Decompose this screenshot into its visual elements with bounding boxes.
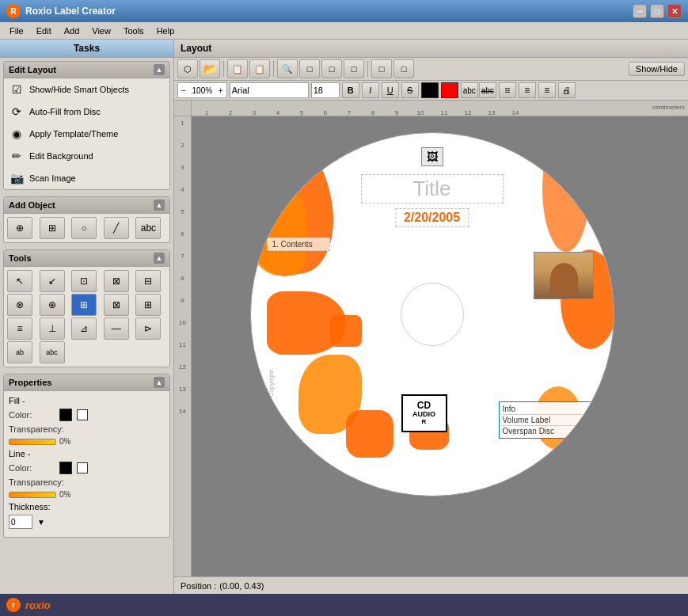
tool-11[interactable]: ≡ bbox=[7, 318, 32, 340]
add-tool-5[interactable]: abc bbox=[135, 217, 161, 239]
title-bar-controls: ─ □ ✕ bbox=[633, 4, 682, 18]
menu-add[interactable]: Add bbox=[58, 25, 86, 37]
font-color-red[interactable] bbox=[441, 82, 458, 98]
add-tool-4[interactable]: ╱ bbox=[104, 217, 129, 239]
tool-5[interactable]: ⊟ bbox=[135, 270, 161, 292]
bold-btn[interactable]: B bbox=[342, 82, 359, 98]
thickness-dropdown-icon[interactable]: ▼ bbox=[37, 518, 45, 527]
tool-3[interactable]: ⊡ bbox=[71, 270, 97, 292]
title-bar: R Roxio Label Creator ─ □ ✕ bbox=[0, 0, 688, 22]
line-transparency-slider[interactable] bbox=[9, 492, 56, 498]
main-container: Tasks Edit Layout ▲ ☑ Show/Hide Smart Ob… bbox=[0, 40, 688, 594]
toolbar-7[interactable]: □ bbox=[344, 59, 364, 78]
toolbar-paste[interactable]: 📋 bbox=[249, 59, 270, 78]
tool-select[interactable]: ↖ bbox=[7, 270, 32, 292]
font-select[interactable] bbox=[230, 82, 309, 98]
fill-color-swatch-2[interactable] bbox=[77, 409, 88, 420]
tool-7[interactable]: ⊕ bbox=[40, 294, 65, 316]
image-placeholder[interactable]: 🖼 bbox=[421, 147, 443, 166]
minimize-button[interactable]: ─ bbox=[633, 4, 647, 18]
font-color-black[interactable] bbox=[421, 82, 439, 98]
underline-btn[interactable]: U bbox=[382, 82, 399, 98]
size-select[interactable] bbox=[311, 82, 340, 98]
menu-edit[interactable]: Edit bbox=[30, 25, 58, 37]
roxio-bar: r roxio bbox=[0, 594, 688, 616]
fill-transparency-slider[interactable] bbox=[9, 439, 56, 445]
menu-view[interactable]: View bbox=[86, 25, 117, 37]
auto-fill-disc[interactable]: ⟳ Auto-Fill from Disc bbox=[4, 101, 169, 123]
toolbar-copy[interactable]: 📋 bbox=[227, 59, 248, 78]
align-left-btn[interactable]: ≡ bbox=[499, 82, 516, 98]
tool-9[interactable]: ⊠ bbox=[104, 294, 129, 316]
text-style-2[interactable]: abc bbox=[479, 82, 496, 98]
menu-tools[interactable]: Tools bbox=[117, 25, 150, 37]
italic-btn[interactable]: I bbox=[362, 82, 379, 98]
ruler-unit: centimeters bbox=[652, 104, 685, 111]
toolbar-open[interactable]: 📂 bbox=[200, 59, 220, 78]
left-panel: Tasks Edit Layout ▲ ☑ Show/Hide Smart Ob… bbox=[0, 40, 174, 594]
tool-text-1[interactable]: ab bbox=[7, 341, 32, 363]
ruler-left: 1 2 3 4 5 6 7 8 9 10 11 12 13 14 bbox=[174, 116, 192, 576]
menu-help[interactable]: Help bbox=[150, 25, 181, 37]
tool-8[interactable]: ⊞ bbox=[71, 294, 97, 316]
cd-circle: 🖼 Title 2/20/2005 1. Contents bbox=[250, 132, 614, 496]
tool-6[interactable]: ⊗ bbox=[7, 294, 32, 316]
add-tool-1[interactable]: ⊕ bbox=[7, 217, 32, 239]
ruler-v-11: 11 bbox=[179, 341, 186, 363]
cd-contents-text[interactable]: 1. Contents bbox=[267, 238, 330, 251]
tools-collapse-icon[interactable]: ▲ bbox=[154, 253, 165, 264]
text-style-1[interactable]: abc bbox=[461, 82, 478, 98]
scan-image[interactable]: 📷 Scan Image bbox=[4, 167, 169, 189]
tool-text-2[interactable]: abc bbox=[40, 341, 65, 363]
tool-13[interactable]: ⊿ bbox=[71, 318, 97, 340]
tool-15[interactable]: ⊳ bbox=[135, 318, 161, 340]
scan-icon: 📷 bbox=[9, 170, 25, 186]
line-color-swatch-2[interactable] bbox=[77, 462, 88, 473]
collapse-icon[interactable]: ▲ bbox=[154, 64, 165, 75]
print-btn[interactable]: 🖨 bbox=[558, 82, 576, 98]
tool-14[interactable]: — bbox=[104, 318, 129, 340]
tool-2[interactable]: ↙ bbox=[40, 270, 65, 292]
fill-transparency-pct: 0% bbox=[59, 437, 70, 446]
toolbar-5[interactable]: □ bbox=[299, 59, 320, 78]
toolbar-zoom[interactable]: 🔍 bbox=[277, 59, 298, 78]
zoom-plus-btn[interactable]: + bbox=[217, 86, 225, 95]
thickness-label: Thickness: bbox=[9, 502, 51, 511]
cd-photo[interactable] bbox=[534, 252, 594, 299]
apply-template-theme[interactable]: ◉ Apply Template/Theme bbox=[4, 123, 169, 145]
ruler-7: 7 bbox=[337, 109, 361, 116]
orange-blob-2 bbox=[250, 181, 306, 276]
thickness-input[interactable] bbox=[9, 515, 32, 529]
smart-objects-panel[interactable]: Info Volume Label Overspan Disc bbox=[499, 401, 602, 439]
tool-4[interactable]: ⊠ bbox=[104, 270, 129, 292]
ruler-1: 1 bbox=[195, 109, 219, 116]
tool-10[interactable]: ⊞ bbox=[135, 294, 161, 316]
maximize-button[interactable]: □ bbox=[650, 4, 664, 18]
line-color-swatch[interactable] bbox=[59, 462, 72, 474]
props-collapse-icon[interactable]: ▲ bbox=[154, 377, 165, 388]
cd-date-text[interactable]: 2/20/2005 bbox=[395, 208, 469, 227]
ruler-3: 3 bbox=[242, 109, 266, 116]
status-bar: Position : (0.00, 0.43) bbox=[174, 576, 688, 594]
add-tool-2[interactable]: ⊞ bbox=[40, 217, 65, 239]
strikethrough-btn[interactable]: S bbox=[401, 82, 419, 98]
add-tool-3[interactable]: ○ bbox=[71, 217, 97, 239]
fill-color-swatch[interactable] bbox=[59, 409, 72, 421]
toolbar-9[interactable]: □ bbox=[393, 59, 414, 78]
cd-title-text[interactable]: Title bbox=[361, 174, 504, 203]
menu-file[interactable]: File bbox=[3, 25, 30, 37]
toolbar-8[interactable]: □ bbox=[371, 59, 392, 78]
toolbar-6[interactable]: □ bbox=[321, 59, 342, 78]
tool-12[interactable]: ⊥ bbox=[40, 318, 65, 340]
show-hide-button[interactable]: Show/Hide bbox=[629, 62, 685, 76]
edit-background[interactable]: ✏ Edit Background bbox=[4, 145, 169, 167]
close-button[interactable]: ✕ bbox=[667, 4, 682, 18]
show-hide-smart-objects[interactable]: ☑ Show/Hide Smart Objects bbox=[4, 78, 169, 101]
align-right-btn[interactable]: ≡ bbox=[538, 82, 556, 98]
ruler-v-5: 5 bbox=[181, 208, 184, 230]
toolbar-new[interactable]: ⬡ bbox=[177, 59, 198, 78]
zoom-minus-btn[interactable]: − bbox=[180, 86, 188, 95]
canvas-wrapper[interactable]: 🖼 Title 2/20/2005 1. Contents bbox=[192, 116, 688, 576]
add-object-collapse-icon[interactable]: ▲ bbox=[154, 200, 165, 211]
align-center-btn[interactable]: ≡ bbox=[519, 82, 536, 98]
